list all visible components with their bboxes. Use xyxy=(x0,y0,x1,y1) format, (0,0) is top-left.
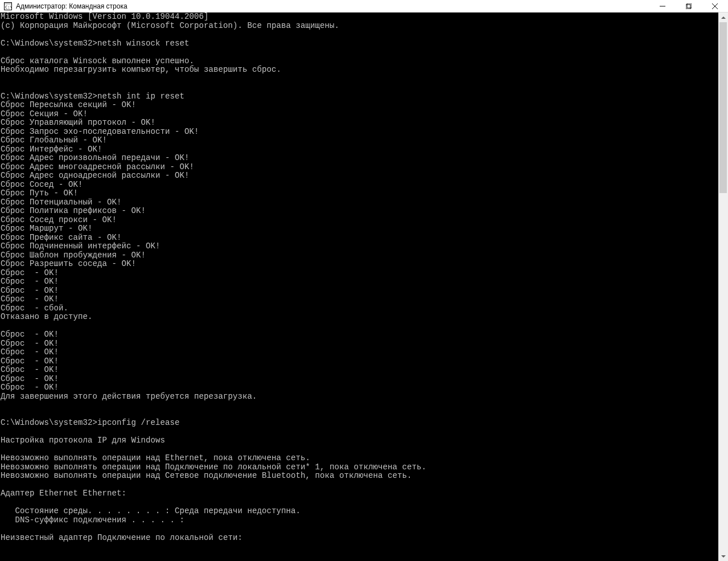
svg-marker-9 xyxy=(721,17,726,19)
chevron-down-icon xyxy=(721,554,726,559)
window-title: Администратор: Командная строка xyxy=(16,2,127,10)
vertical-scrollbar[interactable] xyxy=(718,13,728,561)
svg-rect-2 xyxy=(5,3,11,5)
minimize-button[interactable] xyxy=(649,0,676,13)
scrollbar-thumb[interactable] xyxy=(719,22,727,193)
console-wrap: Microsoft Windows [Version 10.0.19044.20… xyxy=(0,13,728,561)
scrollbar-up-button[interactable] xyxy=(718,13,728,22)
close-button[interactable] xyxy=(702,0,728,13)
titlebar[interactable]: C:\ Администратор: Командная строка xyxy=(0,0,728,13)
svg-marker-10 xyxy=(721,555,726,558)
svg-rect-6 xyxy=(687,3,692,8)
svg-rect-5 xyxy=(686,5,690,9)
scrollbar-down-button[interactable] xyxy=(718,551,728,561)
console-output[interactable]: Microsoft Windows [Version 10.0.19044.20… xyxy=(0,13,718,561)
cmd-icon: C:\ xyxy=(3,2,13,11)
cmd-window: C:\ Администратор: Командная строка Micr… xyxy=(0,0,728,561)
chevron-up-icon xyxy=(721,15,726,20)
maximize-icon xyxy=(686,3,692,9)
minimize-icon xyxy=(660,3,665,9)
close-icon xyxy=(712,3,718,9)
svg-text:C:\: C:\ xyxy=(5,5,12,10)
maximize-button[interactable] xyxy=(676,0,702,13)
